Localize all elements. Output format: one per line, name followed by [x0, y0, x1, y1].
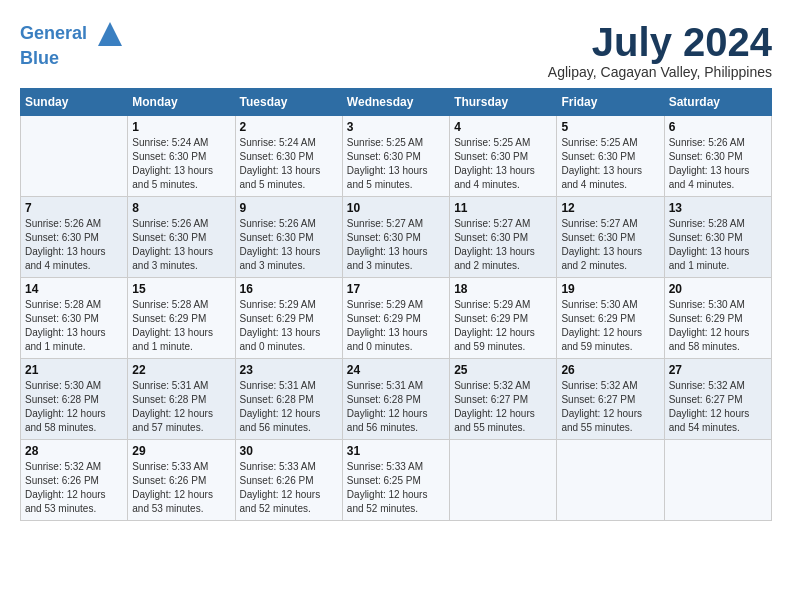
logo-blue: Blue: [20, 48, 59, 68]
day-cell: 21Sunrise: 5:30 AM Sunset: 6:28 PM Dayli…: [21, 359, 128, 440]
week-row-1: 1Sunrise: 5:24 AM Sunset: 6:30 PM Daylig…: [21, 116, 772, 197]
col-header-saturday: Saturday: [664, 89, 771, 116]
day-info: Sunrise: 5:32 AM Sunset: 6:27 PM Dayligh…: [454, 379, 552, 435]
day-cell: 2Sunrise: 5:24 AM Sunset: 6:30 PM Daylig…: [235, 116, 342, 197]
day-cell: [557, 440, 664, 521]
month-title: July 2024: [548, 20, 772, 64]
day-cell: 18Sunrise: 5:29 AM Sunset: 6:29 PM Dayli…: [450, 278, 557, 359]
day-number: 16: [240, 282, 338, 296]
day-number: 8: [132, 201, 230, 215]
day-info: Sunrise: 5:29 AM Sunset: 6:29 PM Dayligh…: [347, 298, 445, 354]
day-info: Sunrise: 5:30 AM Sunset: 6:28 PM Dayligh…: [25, 379, 123, 435]
day-number: 23: [240, 363, 338, 377]
day-info: Sunrise: 5:32 AM Sunset: 6:27 PM Dayligh…: [561, 379, 659, 435]
day-cell: 19Sunrise: 5:30 AM Sunset: 6:29 PM Dayli…: [557, 278, 664, 359]
day-cell: 1Sunrise: 5:24 AM Sunset: 6:30 PM Daylig…: [128, 116, 235, 197]
day-info: Sunrise: 5:31 AM Sunset: 6:28 PM Dayligh…: [240, 379, 338, 435]
day-cell: 28Sunrise: 5:32 AM Sunset: 6:26 PM Dayli…: [21, 440, 128, 521]
day-number: 20: [669, 282, 767, 296]
logo-general: General: [20, 23, 87, 43]
page-header: General Blue July 2024 Aglipay, Cagayan …: [20, 20, 772, 80]
day-number: 24: [347, 363, 445, 377]
week-row-4: 21Sunrise: 5:30 AM Sunset: 6:28 PM Dayli…: [21, 359, 772, 440]
day-info: Sunrise: 5:27 AM Sunset: 6:30 PM Dayligh…: [561, 217, 659, 273]
day-number: 21: [25, 363, 123, 377]
day-info: Sunrise: 5:26 AM Sunset: 6:30 PM Dayligh…: [132, 217, 230, 273]
calendar-table: SundayMondayTuesdayWednesdayThursdayFrid…: [20, 88, 772, 521]
day-cell: 6Sunrise: 5:26 AM Sunset: 6:30 PM Daylig…: [664, 116, 771, 197]
day-number: 28: [25, 444, 123, 458]
day-number: 25: [454, 363, 552, 377]
day-cell: 3Sunrise: 5:25 AM Sunset: 6:30 PM Daylig…: [342, 116, 449, 197]
day-number: 11: [454, 201, 552, 215]
day-number: 31: [347, 444, 445, 458]
day-number: 29: [132, 444, 230, 458]
day-cell: 5Sunrise: 5:25 AM Sunset: 6:30 PM Daylig…: [557, 116, 664, 197]
day-number: 18: [454, 282, 552, 296]
day-info: Sunrise: 5:25 AM Sunset: 6:30 PM Dayligh…: [454, 136, 552, 192]
day-number: 22: [132, 363, 230, 377]
day-number: 17: [347, 282, 445, 296]
day-info: Sunrise: 5:27 AM Sunset: 6:30 PM Dayligh…: [347, 217, 445, 273]
day-cell: 14Sunrise: 5:28 AM Sunset: 6:30 PM Dayli…: [21, 278, 128, 359]
day-cell: 13Sunrise: 5:28 AM Sunset: 6:30 PM Dayli…: [664, 197, 771, 278]
day-cell: [664, 440, 771, 521]
day-info: Sunrise: 5:31 AM Sunset: 6:28 PM Dayligh…: [132, 379, 230, 435]
day-info: Sunrise: 5:26 AM Sunset: 6:30 PM Dayligh…: [25, 217, 123, 273]
col-header-wednesday: Wednesday: [342, 89, 449, 116]
col-header-thursday: Thursday: [450, 89, 557, 116]
day-info: Sunrise: 5:25 AM Sunset: 6:30 PM Dayligh…: [561, 136, 659, 192]
day-number: 15: [132, 282, 230, 296]
day-info: Sunrise: 5:27 AM Sunset: 6:30 PM Dayligh…: [454, 217, 552, 273]
day-info: Sunrise: 5:29 AM Sunset: 6:29 PM Dayligh…: [454, 298, 552, 354]
col-header-tuesday: Tuesday: [235, 89, 342, 116]
day-number: 3: [347, 120, 445, 134]
day-cell: 11Sunrise: 5:27 AM Sunset: 6:30 PM Dayli…: [450, 197, 557, 278]
day-info: Sunrise: 5:26 AM Sunset: 6:30 PM Dayligh…: [669, 136, 767, 192]
day-number: 1: [132, 120, 230, 134]
day-info: Sunrise: 5:33 AM Sunset: 6:26 PM Dayligh…: [132, 460, 230, 516]
day-info: Sunrise: 5:28 AM Sunset: 6:29 PM Dayligh…: [132, 298, 230, 354]
day-cell: [450, 440, 557, 521]
day-cell: 8Sunrise: 5:26 AM Sunset: 6:30 PM Daylig…: [128, 197, 235, 278]
day-info: Sunrise: 5:24 AM Sunset: 6:30 PM Dayligh…: [132, 136, 230, 192]
day-cell: 20Sunrise: 5:30 AM Sunset: 6:29 PM Dayli…: [664, 278, 771, 359]
day-info: Sunrise: 5:25 AM Sunset: 6:30 PM Dayligh…: [347, 136, 445, 192]
day-cell: 23Sunrise: 5:31 AM Sunset: 6:28 PM Dayli…: [235, 359, 342, 440]
day-info: Sunrise: 5:33 AM Sunset: 6:25 PM Dayligh…: [347, 460, 445, 516]
header-row: SundayMondayTuesdayWednesdayThursdayFrid…: [21, 89, 772, 116]
day-cell: 4Sunrise: 5:25 AM Sunset: 6:30 PM Daylig…: [450, 116, 557, 197]
day-cell: 17Sunrise: 5:29 AM Sunset: 6:29 PM Dayli…: [342, 278, 449, 359]
day-number: 13: [669, 201, 767, 215]
day-info: Sunrise: 5:33 AM Sunset: 6:26 PM Dayligh…: [240, 460, 338, 516]
day-cell: 7Sunrise: 5:26 AM Sunset: 6:30 PM Daylig…: [21, 197, 128, 278]
day-number: 10: [347, 201, 445, 215]
location: Aglipay, Cagayan Valley, Philippines: [548, 64, 772, 80]
day-number: 9: [240, 201, 338, 215]
day-cell: 9Sunrise: 5:26 AM Sunset: 6:30 PM Daylig…: [235, 197, 342, 278]
week-row-2: 7Sunrise: 5:26 AM Sunset: 6:30 PM Daylig…: [21, 197, 772, 278]
day-number: 30: [240, 444, 338, 458]
day-number: 6: [669, 120, 767, 134]
day-info: Sunrise: 5:31 AM Sunset: 6:28 PM Dayligh…: [347, 379, 445, 435]
day-info: Sunrise: 5:29 AM Sunset: 6:29 PM Dayligh…: [240, 298, 338, 354]
day-info: Sunrise: 5:32 AM Sunset: 6:26 PM Dayligh…: [25, 460, 123, 516]
day-info: Sunrise: 5:30 AM Sunset: 6:29 PM Dayligh…: [669, 298, 767, 354]
day-number: 7: [25, 201, 123, 215]
day-cell: 29Sunrise: 5:33 AM Sunset: 6:26 PM Dayli…: [128, 440, 235, 521]
day-number: 14: [25, 282, 123, 296]
svg-marker-0: [98, 22, 122, 46]
day-number: 26: [561, 363, 659, 377]
title-block: July 2024 Aglipay, Cagayan Valley, Phili…: [548, 20, 772, 80]
day-cell: 12Sunrise: 5:27 AM Sunset: 6:30 PM Dayli…: [557, 197, 664, 278]
day-number: 19: [561, 282, 659, 296]
day-cell: 26Sunrise: 5:32 AM Sunset: 6:27 PM Dayli…: [557, 359, 664, 440]
week-row-3: 14Sunrise: 5:28 AM Sunset: 6:30 PM Dayli…: [21, 278, 772, 359]
col-header-friday: Friday: [557, 89, 664, 116]
day-number: 27: [669, 363, 767, 377]
day-cell: 22Sunrise: 5:31 AM Sunset: 6:28 PM Dayli…: [128, 359, 235, 440]
day-info: Sunrise: 5:24 AM Sunset: 6:30 PM Dayligh…: [240, 136, 338, 192]
day-number: 5: [561, 120, 659, 134]
week-row-5: 28Sunrise: 5:32 AM Sunset: 6:26 PM Dayli…: [21, 440, 772, 521]
day-info: Sunrise: 5:32 AM Sunset: 6:27 PM Dayligh…: [669, 379, 767, 435]
